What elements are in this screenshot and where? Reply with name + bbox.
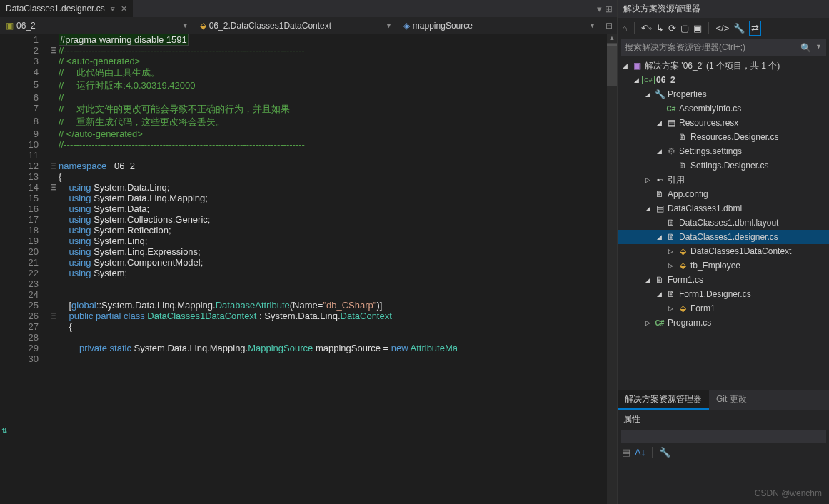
wrench-icon[interactable]: 🔧	[733, 23, 745, 34]
tracking-icon[interactable]: ⇅	[1, 427, 7, 435]
code-line[interactable]: 23	[13, 278, 607, 289]
fold-toggle[interactable]: ⊟	[49, 182, 59, 193]
cs-icon: C#	[665, 103, 677, 114]
code-line[interactable]: 22 using System;	[13, 268, 607, 278]
tree-item[interactable]: ▷C#Program.cs	[618, 316, 829, 330]
code-line[interactable]: 4// 此代码由工具生成。	[13, 66, 607, 79]
back-icon[interactable]: ↶◦	[641, 23, 653, 34]
code-line[interactable]: 19 using System.Linq;	[13, 236, 607, 246]
code-line[interactable]: 14⊟ using System.Data.Linq;	[13, 182, 607, 193]
tab-git-changes[interactable]: Git 更改	[709, 390, 754, 410]
expand-arrow-icon[interactable]: ▷	[666, 248, 675, 255]
tree-item[interactable]: ◢🗎Form1.Designer.cs	[618, 287, 829, 301]
sync-icon[interactable]: ⇄	[749, 21, 761, 36]
split-icon[interactable]: ⊟	[606, 21, 613, 31]
expand-arrow-icon[interactable]: ▷	[666, 262, 675, 269]
properties-icon[interactable]: </>	[715, 23, 729, 34]
tree-item[interactable]: ◢🗎Form1.cs	[618, 273, 829, 287]
expand-arrow-icon[interactable]: ◢	[632, 76, 640, 84]
expand-arrow-icon[interactable]: ▷	[666, 305, 675, 312]
code-line[interactable]: 30	[13, 353, 607, 364]
tree-item[interactable]: ◢▣解决方案 '06_2' (1 个项目，共 1 个)	[618, 59, 829, 73]
categorized-icon[interactable]: ▤	[622, 447, 630, 458]
file-tab[interactable]: DataClasses1.designer.cs ⛛ ✕	[0, 0, 133, 17]
code-line[interactable]: 17 using System.Collections.Generic;	[13, 214, 607, 225]
expand-arrow-icon[interactable]: ◢	[621, 62, 629, 69]
forward-icon[interactable]: ↳	[656, 23, 664, 34]
code-line[interactable]: 5// 运行时版本:4.0.30319.42000	[13, 79, 607, 92]
expand-arrow-icon[interactable]: ▷	[643, 319, 652, 326]
tree-item[interactable]: ◢🗎DataClasses1.designer.cs	[618, 230, 829, 244]
alphabetical-icon[interactable]: A↓	[635, 447, 645, 458]
tree-item[interactable]: ▷▪▫引用	[618, 173, 829, 187]
code-line[interactable]: 21 using System.ComponentModel;	[13, 257, 607, 268]
window-split-icon[interactable]: ⊞	[605, 4, 613, 14]
tree-item[interactable]: 🗎Resources.Designer.cs	[618, 130, 829, 144]
code-line[interactable]: 27 {	[13, 321, 607, 332]
pin-icon[interactable]: ⛛	[109, 5, 116, 13]
nav-scope[interactable]: ▣ 06_2 ▼	[0, 19, 194, 32]
wrench-icon[interactable]: 🔧	[659, 447, 670, 458]
close-icon[interactable]: ✕	[121, 4, 127, 14]
fold-toggle[interactable]: ⊟	[49, 161, 59, 171]
tree-item[interactable]: ◢▤DataClasses1.dbml	[618, 201, 829, 216]
tab-overflow-icon[interactable]: ▾	[597, 4, 602, 14]
expand-arrow-icon[interactable]: ◢	[643, 205, 652, 212]
nav-class[interactable]: ⬙ 06_2.DataClasses1DataContext ▼	[194, 19, 398, 32]
expand-arrow-icon[interactable]: ◢	[655, 233, 663, 241]
code-line[interactable]: 26⊟ public partial class DataClasses1Dat…	[13, 311, 607, 321]
show-all-icon[interactable]: ▢	[680, 23, 689, 34]
code-line[interactable]: 3// <auto-generated>	[13, 56, 607, 66]
home-icon[interactable]: ⌂	[622, 23, 628, 34]
expand-arrow-icon[interactable]: ◢	[655, 119, 663, 126]
tree-item[interactable]: ▷⬙DataClasses1DataContext	[618, 244, 829, 258]
code-line[interactable]: 1#pragma warning disable 1591	[13, 34, 607, 45]
expand-arrow-icon[interactable]: ◢	[655, 291, 663, 298]
fold-toggle[interactable]: ⊟	[49, 311, 59, 321]
code-text: // 此代码由工具生成。	[59, 66, 607, 79]
code-line[interactable]: 29 private static System.Data.Linq.Mappi…	[13, 343, 607, 353]
code-line[interactable]: 2⊟//------------------------------------…	[13, 45, 607, 56]
code-line[interactable]: 24	[13, 289, 607, 300]
fold-toggle[interactable]: ⊟	[49, 45, 59, 56]
chevron-down-icon: ▼	[386, 22, 392, 29]
expand-arrow-icon[interactable]: ◢	[643, 91, 652, 98]
expand-arrow-icon[interactable]: ▷	[643, 176, 652, 183]
code-line[interactable]: 6//	[13, 92, 607, 103]
tree-item[interactable]: ◢🔧Properties	[618, 87, 829, 101]
tree-item[interactable]: ◢⚙Settings.settings	[618, 144, 829, 158]
tree-item[interactable]: ◢▤Resources.resx	[618, 116, 829, 130]
code-line[interactable]: 18 using System.Reflection;	[13, 225, 607, 236]
code-line[interactable]: 12⊟namespace _06_2	[13, 161, 607, 171]
solution-search-input[interactable]: 搜索解决方案资源管理器(Ctrl+;) 🔍▼	[621, 39, 826, 56]
tree-item[interactable]: 🗎Settings.Designer.cs	[618, 158, 829, 173]
tree-item[interactable]: C#AssemblyInfo.cs	[618, 101, 829, 116]
code-line[interactable]: 25 [global::System.Data.Linq.Mapping.Dat…	[13, 300, 607, 311]
code-line[interactable]: 16 using System.Data;	[13, 203, 607, 214]
refresh-icon[interactable]: ⟳	[668, 23, 676, 34]
code-text: using System.ComponentModel;	[59, 257, 607, 268]
code-line[interactable]: 28	[13, 332, 607, 343]
code-line[interactable]: 15 using System.Data.Linq.Mapping;	[13, 193, 607, 203]
line-number: 23	[13, 278, 49, 289]
code-editor[interactable]: ⇅ 1#pragma warning disable 15912⊟//-----…	[0, 34, 617, 504]
code-line[interactable]: 7// 对此文件的更改可能会导致不正确的行为，并且如果	[13, 103, 607, 116]
tree-item[interactable]: ◢C#06_2	[618, 73, 829, 87]
expand-arrow-icon[interactable]: ◢	[655, 148, 663, 155]
code-line[interactable]: 20 using System.Linq.Expressions;	[13, 246, 607, 257]
collapse-icon[interactable]: ▣	[693, 23, 702, 34]
code-line[interactable]: 9// </auto-generated>	[13, 128, 607, 139]
code-line[interactable]: 11	[13, 150, 607, 161]
nav-member[interactable]: ◈ mappingSource ▼	[398, 19, 601, 32]
tree-item[interactable]: ▷⬙Form1	[618, 301, 829, 316]
code-line[interactable]: 8// 重新生成代码，这些更改将会丢失。	[13, 116, 607, 128]
expand-arrow-icon[interactable]: ◢	[643, 276, 652, 283]
solution-tree[interactable]: ◢▣解决方案 '06_2' (1 个项目，共 1 个)◢C#06_2◢🔧Prop…	[618, 57, 829, 390]
vertical-scrollbar[interactable]: ▲	[607, 34, 617, 504]
tree-item[interactable]: ▷⬙tb_Employee	[618, 258, 829, 273]
code-line[interactable]: 10//------------------------------------…	[13, 139, 607, 150]
tree-item[interactable]: 🗎DataClasses1.dbml.layout	[618, 216, 829, 230]
tab-solution-explorer[interactable]: 解决方案资源管理器	[618, 390, 709, 410]
tree-item[interactable]: 🗎App.config	[618, 187, 829, 201]
code-line[interactable]: 13{	[13, 171, 607, 182]
